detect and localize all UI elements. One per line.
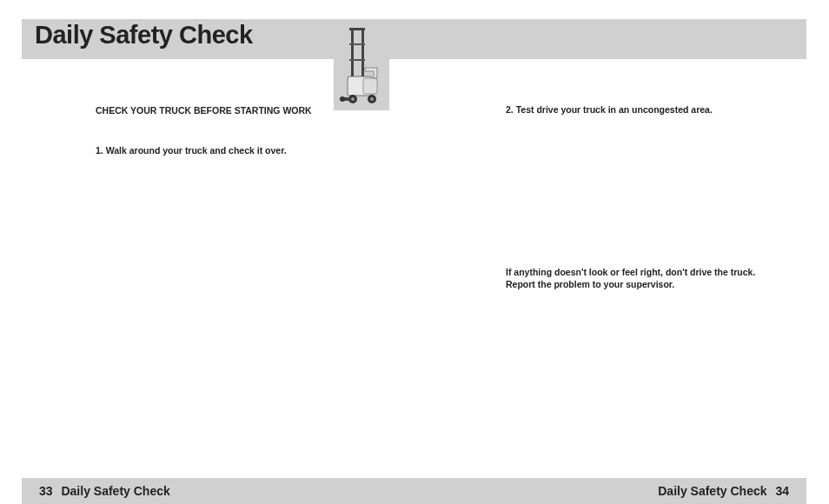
warning-text: If anything doesn't look or feel right, … xyxy=(506,266,775,290)
footer-right: Daily Safety Check 34 xyxy=(658,484,794,498)
svg-rect-1 xyxy=(361,28,364,82)
right-column: 2. Test drive your truck in an uncongest… xyxy=(506,104,793,115)
page-number-left: 33 xyxy=(39,484,53,498)
left-column: CHECK YOUR TRUCK BEFORE STARTING WORK 1.… xyxy=(96,105,391,156)
footer-label-right: Daily Safety Check xyxy=(658,484,766,498)
svg-rect-3 xyxy=(349,43,365,45)
svg-rect-0 xyxy=(351,28,354,82)
svg-point-8 xyxy=(351,97,355,101)
svg-rect-6 xyxy=(363,78,377,94)
subheading-check-truck: CHECK YOUR TRUCK BEFORE STARTING WORK xyxy=(96,105,391,116)
svg-point-10 xyxy=(370,97,374,101)
step-1: 1. Walk around your truck and check it o… xyxy=(96,145,391,156)
svg-rect-2 xyxy=(349,28,365,30)
footer-label-left: Daily Safety Check xyxy=(61,484,169,498)
page-title: Daily Safety Check xyxy=(35,21,253,50)
footer-left: 33 Daily Safety Check xyxy=(34,484,170,498)
svg-point-12 xyxy=(340,96,345,102)
forklift-truck-icon xyxy=(337,26,389,109)
page-number-right: 34 xyxy=(775,484,789,498)
step-2: 2. Test drive your truck in an uncongest… xyxy=(506,104,793,115)
footer-band: 33 Daily Safety Check Daily Safety Check… xyxy=(22,478,806,504)
svg-rect-4 xyxy=(349,59,365,61)
